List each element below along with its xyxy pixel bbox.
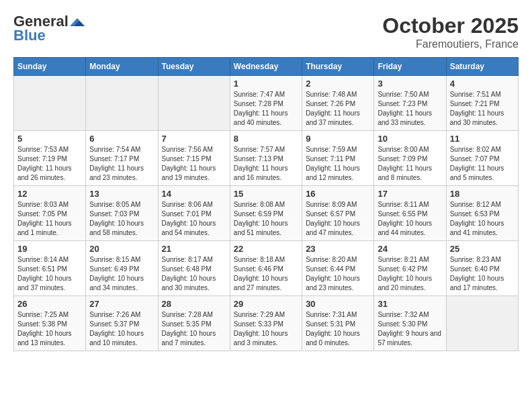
day-info: Sunrise: 7:54 AMSunset: 7:17 PMDaylight:… xyxy=(89,145,154,183)
calendar-week-row: 12Sunrise: 8:03 AMSunset: 7:05 PMDayligh… xyxy=(14,186,519,241)
calendar-cell: 11Sunrise: 8:02 AMSunset: 7:07 PMDayligh… xyxy=(446,131,518,186)
day-info: Sunrise: 7:57 AMSunset: 7:13 PMDaylight:… xyxy=(234,145,298,183)
day-number: 14 xyxy=(162,189,226,199)
day-number: 23 xyxy=(306,244,370,254)
day-info: Sunrise: 8:14 AMSunset: 6:51 PMDaylight:… xyxy=(17,255,82,293)
day-number: 21 xyxy=(162,244,226,254)
calendar-cell xyxy=(446,296,518,351)
day-number: 5 xyxy=(17,134,82,144)
calendar-cell: 16Sunrise: 8:09 AMSunset: 6:57 PMDayligh… xyxy=(302,186,374,241)
day-info: Sunrise: 8:21 AMSunset: 6:42 PMDaylight:… xyxy=(378,255,442,293)
calendar-cell xyxy=(86,76,158,131)
calendar-cell: 12Sunrise: 8:03 AMSunset: 7:05 PMDayligh… xyxy=(14,186,86,241)
calendar-cell: 20Sunrise: 8:15 AMSunset: 6:49 PMDayligh… xyxy=(86,241,158,296)
day-info: Sunrise: 7:28 AMSunset: 5:35 PMDaylight:… xyxy=(162,310,226,348)
day-info: Sunrise: 7:51 AMSunset: 7:21 PMDaylight:… xyxy=(450,90,515,128)
calendar-cell: 14Sunrise: 8:06 AMSunset: 7:01 PMDayligh… xyxy=(158,186,230,241)
day-info: Sunrise: 8:18 AMSunset: 6:46 PMDaylight:… xyxy=(234,255,298,293)
calendar-cell: 6Sunrise: 7:54 AMSunset: 7:17 PMDaylight… xyxy=(86,131,158,186)
day-info: Sunrise: 7:25 AMSunset: 5:38 PMDaylight:… xyxy=(17,310,82,348)
month-heading: October 2025 xyxy=(382,13,519,38)
calendar-week-row: 19Sunrise: 8:14 AMSunset: 6:51 PMDayligh… xyxy=(14,241,519,296)
day-info: Sunrise: 7:59 AMSunset: 7:11 PMDaylight:… xyxy=(306,145,370,183)
day-info: Sunrise: 8:08 AMSunset: 6:59 PMDaylight:… xyxy=(234,200,298,238)
day-number: 19 xyxy=(17,244,82,254)
weekday-header: Friday xyxy=(374,58,446,76)
day-info: Sunrise: 7:56 AMSunset: 7:15 PMDaylight:… xyxy=(162,145,226,183)
calendar-cell: 18Sunrise: 8:12 AMSunset: 6:53 PMDayligh… xyxy=(446,186,518,241)
day-number: 17 xyxy=(378,189,442,199)
calendar-cell: 10Sunrise: 8:00 AMSunset: 7:09 PMDayligh… xyxy=(374,131,446,186)
calendar-cell: 21Sunrise: 8:17 AMSunset: 6:48 PMDayligh… xyxy=(158,241,230,296)
day-info: Sunrise: 7:26 AMSunset: 5:37 PMDaylight:… xyxy=(89,310,154,348)
day-number: 29 xyxy=(234,299,298,309)
calendar-cell: 31Sunrise: 7:32 AMSunset: 5:30 PMDayligh… xyxy=(374,296,446,351)
day-number: 26 xyxy=(17,299,82,309)
day-info: Sunrise: 8:12 AMSunset: 6:53 PMDaylight:… xyxy=(450,200,515,238)
day-number: 27 xyxy=(89,299,154,309)
day-info: Sunrise: 7:48 AMSunset: 7:26 PMDaylight:… xyxy=(306,90,370,128)
weekday-header-row: SundayMondayTuesdayWednesdayThursdayFrid… xyxy=(14,58,519,76)
calendar-cell: 5Sunrise: 7:53 AMSunset: 7:19 PMDaylight… xyxy=(14,131,86,186)
calendar-cell: 9Sunrise: 7:59 AMSunset: 7:11 PMDaylight… xyxy=(302,131,374,186)
day-number: 18 xyxy=(450,189,515,199)
day-info: Sunrise: 8:20 AMSunset: 6:44 PMDaylight:… xyxy=(306,255,370,293)
day-number: 13 xyxy=(89,189,154,199)
calendar-cell xyxy=(14,76,86,131)
day-info: Sunrise: 8:09 AMSunset: 6:57 PMDaylight:… xyxy=(306,200,370,238)
calendar-cell: 28Sunrise: 7:28 AMSunset: 5:35 PMDayligh… xyxy=(158,296,230,351)
day-number: 28 xyxy=(162,299,226,309)
day-number: 3 xyxy=(378,79,442,89)
calendar-week-row: 5Sunrise: 7:53 AMSunset: 7:19 PMDaylight… xyxy=(14,131,519,186)
day-number: 20 xyxy=(89,244,154,254)
day-number: 1 xyxy=(234,79,298,89)
weekday-header: Tuesday xyxy=(158,58,230,76)
day-info: Sunrise: 8:06 AMSunset: 7:01 PMDaylight:… xyxy=(162,200,226,238)
calendar-week-row: 26Sunrise: 7:25 AMSunset: 5:38 PMDayligh… xyxy=(14,296,519,351)
calendar-cell: 25Sunrise: 8:23 AMSunset: 6:40 PMDayligh… xyxy=(446,241,518,296)
logo-icon xyxy=(70,17,85,28)
month-title: October 2025 Faremoutiers, France xyxy=(382,13,519,50)
day-number: 31 xyxy=(378,299,442,309)
day-info: Sunrise: 7:47 AMSunset: 7:28 PMDaylight:… xyxy=(234,90,298,128)
day-info: Sunrise: 7:32 AMSunset: 5:30 PMDaylight:… xyxy=(378,310,442,348)
day-number: 24 xyxy=(378,244,442,254)
weekday-header: Thursday xyxy=(302,58,374,76)
day-info: Sunrise: 8:17 AMSunset: 6:48 PMDaylight:… xyxy=(162,255,226,293)
calendar-cell: 4Sunrise: 7:51 AMSunset: 7:21 PMDaylight… xyxy=(446,76,518,131)
day-number: 16 xyxy=(306,189,370,199)
calendar-cell: 2Sunrise: 7:48 AMSunset: 7:26 PMDaylight… xyxy=(302,76,374,131)
day-number: 25 xyxy=(450,244,515,254)
day-info: Sunrise: 8:03 AMSunset: 7:05 PMDaylight:… xyxy=(17,200,82,238)
calendar-cell: 17Sunrise: 8:11 AMSunset: 6:55 PMDayligh… xyxy=(374,186,446,241)
calendar-cell: 29Sunrise: 7:29 AMSunset: 5:33 PMDayligh… xyxy=(230,296,302,351)
day-number: 8 xyxy=(234,134,298,144)
day-number: 30 xyxy=(306,299,370,309)
day-number: 11 xyxy=(450,134,515,144)
calendar-cell: 15Sunrise: 8:08 AMSunset: 6:59 PMDayligh… xyxy=(230,186,302,241)
calendar-cell: 27Sunrise: 7:26 AMSunset: 5:37 PMDayligh… xyxy=(86,296,158,351)
calendar-cell: 23Sunrise: 8:20 AMSunset: 6:44 PMDayligh… xyxy=(302,241,374,296)
day-info: Sunrise: 8:05 AMSunset: 7:03 PMDaylight:… xyxy=(89,200,154,238)
day-number: 7 xyxy=(162,134,226,144)
day-info: Sunrise: 7:50 AMSunset: 7:23 PMDaylight:… xyxy=(378,90,442,128)
day-info: Sunrise: 8:00 AMSunset: 7:09 PMDaylight:… xyxy=(378,145,442,183)
calendar-week-row: 1Sunrise: 7:47 AMSunset: 7:28 PMDaylight… xyxy=(14,76,519,131)
day-number: 15 xyxy=(234,189,298,199)
day-number: 2 xyxy=(306,79,370,89)
day-number: 6 xyxy=(89,134,154,144)
day-info: Sunrise: 8:23 AMSunset: 6:40 PMDaylight:… xyxy=(450,255,515,293)
logo: General Blue xyxy=(13,13,86,44)
day-info: Sunrise: 8:11 AMSunset: 6:55 PMDaylight:… xyxy=(378,200,442,238)
day-info: Sunrise: 7:29 AMSunset: 5:33 PMDaylight:… xyxy=(234,310,298,348)
calendar-cell: 30Sunrise: 7:31 AMSunset: 5:31 PMDayligh… xyxy=(302,296,374,351)
calendar-cell: 7Sunrise: 7:56 AMSunset: 7:15 PMDaylight… xyxy=(158,131,230,186)
calendar-table: SundayMondayTuesdayWednesdayThursdayFrid… xyxy=(13,57,519,351)
day-number: 10 xyxy=(378,134,442,144)
day-number: 9 xyxy=(306,134,370,144)
day-number: 22 xyxy=(234,244,298,254)
weekday-header: Monday xyxy=(86,58,158,76)
calendar-cell: 26Sunrise: 7:25 AMSunset: 5:38 PMDayligh… xyxy=(14,296,86,351)
day-number: 4 xyxy=(450,79,515,89)
day-info: Sunrise: 8:15 AMSunset: 6:49 PMDaylight:… xyxy=(89,255,154,293)
